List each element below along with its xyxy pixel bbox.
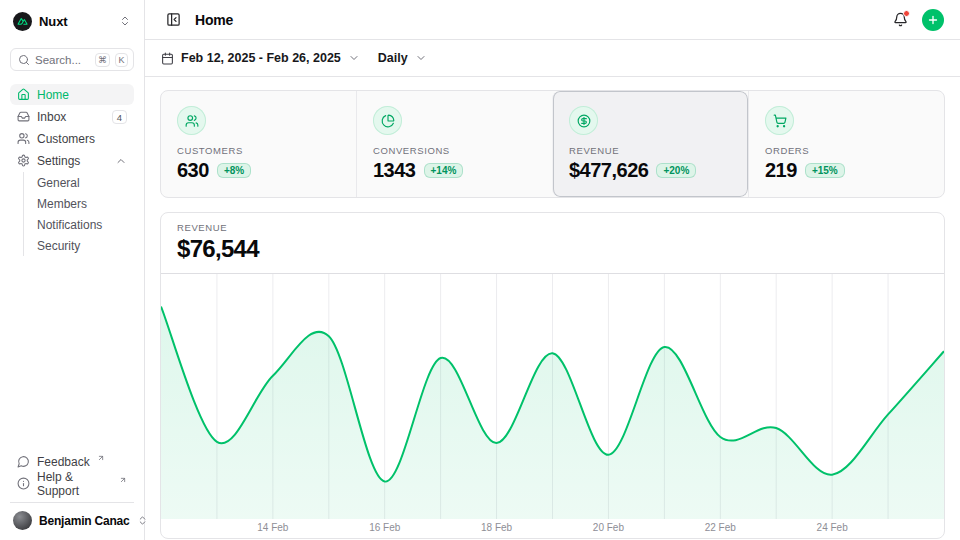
main-area: Home Feb 12, 2 bbox=[145, 0, 960, 540]
x-axis-tick: 18 Feb bbox=[481, 522, 512, 533]
sidebar: Nuxt Search... ⌘ K Home bbox=[0, 0, 145, 540]
sidebar-item-label: Home bbox=[37, 88, 69, 102]
sidebar-item-notifications[interactable]: Notifications bbox=[24, 214, 134, 235]
chevron-down-icon bbox=[415, 52, 427, 64]
message-circle-icon bbox=[17, 455, 30, 468]
delta-badge: +15% bbox=[805, 163, 845, 178]
stat-label: ORDERS bbox=[765, 145, 928, 156]
sidebar-item-label: Feedback bbox=[37, 455, 90, 469]
kbd-k: K bbox=[115, 53, 128, 67]
kbd-meta: ⌘ bbox=[95, 53, 110, 67]
users-icon bbox=[177, 106, 206, 135]
sidebar-item-help-support[interactable]: Help & Support bbox=[10, 473, 134, 494]
sidebar-item-customers[interactable]: Customers bbox=[10, 128, 134, 149]
granularity-label: Daily bbox=[378, 51, 408, 65]
stat-value: 1343 bbox=[373, 159, 416, 182]
sidebar-item-inbox[interactable]: Inbox 4 bbox=[10, 106, 134, 127]
calendar-icon bbox=[161, 52, 174, 65]
chart-metric-value: $76,544 bbox=[177, 235, 928, 263]
sidebar-item-label: Help & Support bbox=[37, 470, 112, 498]
shopping-cart-icon bbox=[765, 106, 794, 135]
x-axis-tick: 20 Feb bbox=[593, 522, 624, 533]
stat-value: 219 bbox=[765, 159, 797, 182]
chevrons-up-down-icon bbox=[119, 15, 131, 27]
page-title: Home bbox=[195, 12, 233, 28]
x-axis-tick: 14 Feb bbox=[257, 522, 288, 533]
x-axis-tick: 24 Feb bbox=[817, 522, 848, 533]
nuxt-logo-icon bbox=[13, 12, 32, 31]
sidebar-item-label: Inbox bbox=[37, 110, 66, 124]
gear-icon bbox=[17, 154, 30, 167]
stats-row: CUSTOMERS 630 +8% CONVERSIONS 1343 +14% bbox=[160, 90, 945, 198]
dashboard-content: CUSTOMERS 630 +8% CONVERSIONS 1343 +14% bbox=[145, 77, 960, 540]
app-root: Nuxt Search... ⌘ K Home bbox=[0, 0, 960, 540]
date-range-label: Feb 12, 2025 - Feb 26, 2025 bbox=[181, 51, 341, 65]
settings-subnav: General Members Notifications Security bbox=[23, 172, 134, 256]
delta-badge: +20% bbox=[656, 163, 696, 178]
external-link-icon bbox=[119, 476, 127, 484]
sidebar-item-members[interactable]: Members bbox=[24, 193, 134, 214]
delta-badge: +8% bbox=[217, 163, 251, 178]
info-icon bbox=[17, 477, 30, 490]
user-name: Benjamin Canac bbox=[39, 514, 130, 528]
stat-card-customers[interactable]: CUSTOMERS 630 +8% bbox=[161, 91, 356, 197]
stat-label: CUSTOMERS bbox=[177, 145, 340, 156]
sidebar-item-general[interactable]: General bbox=[24, 172, 134, 193]
dollar-sign-icon bbox=[569, 106, 598, 135]
stat-card-revenue[interactable]: REVENUE $477,626 +20% bbox=[552, 91, 748, 197]
chart-metric-label: REVENUE bbox=[177, 222, 928, 233]
x-axis-tick: 16 Feb bbox=[369, 522, 400, 533]
search-icon bbox=[18, 54, 30, 66]
inbox-icon bbox=[17, 110, 30, 123]
stat-card-conversions[interactable]: CONVERSIONS 1343 +14% bbox=[356, 91, 552, 197]
workspace-switcher[interactable]: Nuxt bbox=[10, 10, 134, 32]
plus-icon bbox=[927, 14, 939, 26]
collapse-sidebar-button[interactable] bbox=[161, 8, 185, 32]
house-icon bbox=[17, 88, 30, 101]
users-icon bbox=[17, 132, 30, 145]
header-actions bbox=[888, 8, 944, 32]
stat-value: $477,626 bbox=[569, 159, 648, 182]
filters-toolbar: Feb 12, 2025 - Feb 26, 2025 Daily bbox=[145, 40, 960, 77]
chevron-up-icon bbox=[115, 155, 127, 167]
granularity-select[interactable]: Daily bbox=[378, 51, 427, 65]
user-menu[interactable]: Benjamin Canac bbox=[10, 502, 134, 532]
notification-dot bbox=[903, 10, 910, 17]
revenue-area-chart[interactable] bbox=[161, 273, 944, 519]
chart-svg bbox=[161, 274, 944, 519]
chart-pie-icon bbox=[373, 106, 402, 135]
sidebar-item-home[interactable]: Home bbox=[10, 84, 134, 105]
page-header: Home bbox=[145, 0, 960, 40]
revenue-chart-card: REVENUE $76,544 14 Feb16 Feb18 Feb20 Feb… bbox=[160, 212, 945, 539]
sidebar-item-settings[interactable]: Settings bbox=[10, 150, 134, 171]
sidebar-item-security[interactable]: Security bbox=[24, 235, 134, 256]
sidebar-nav: Home Inbox 4 Customers Settings bbox=[10, 84, 134, 257]
stat-label: CONVERSIONS bbox=[373, 145, 536, 156]
add-button[interactable] bbox=[922, 9, 944, 31]
inbox-count-badge: 4 bbox=[112, 110, 127, 124]
search-input[interactable]: Search... ⌘ K bbox=[10, 48, 134, 71]
panel-left-close-icon bbox=[166, 12, 181, 27]
sidebar-spacer bbox=[10, 257, 134, 451]
sidebar-item-label: Settings bbox=[37, 154, 80, 168]
date-range-picker[interactable]: Feb 12, 2025 - Feb 26, 2025 bbox=[161, 51, 360, 65]
stat-card-orders[interactable]: ORDERS 219 +15% bbox=[748, 91, 944, 197]
chart-x-axis: 14 Feb16 Feb18 Feb20 Feb22 Feb24 Feb bbox=[161, 522, 944, 536]
delta-badge: +14% bbox=[424, 163, 464, 178]
notifications-button[interactable] bbox=[888, 8, 912, 32]
x-axis-tick: 22 Feb bbox=[705, 522, 736, 533]
stat-label: REVENUE bbox=[569, 145, 732, 156]
workspace-name: Nuxt bbox=[39, 14, 68, 29]
stat-value: 630 bbox=[177, 159, 209, 182]
chevron-down-icon bbox=[348, 52, 360, 64]
avatar bbox=[13, 511, 32, 530]
external-link-icon bbox=[97, 454, 105, 462]
sidebar-item-label: Customers bbox=[37, 132, 95, 146]
search-placeholder: Search... bbox=[35, 54, 81, 66]
chart-header: REVENUE $76,544 bbox=[161, 213, 944, 272]
